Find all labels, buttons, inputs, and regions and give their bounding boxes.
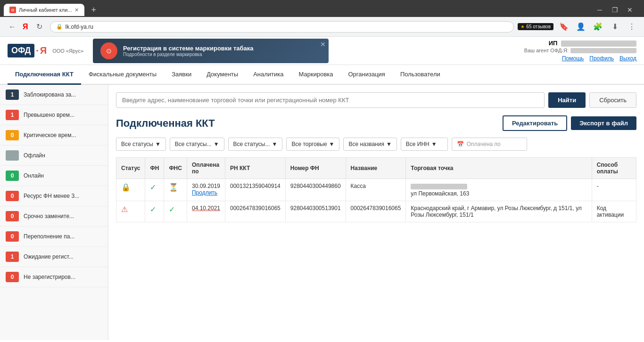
yandex-logo: Я xyxy=(23,23,28,31)
sidebar-badge-0: 1 xyxy=(6,90,19,100)
nav-item-fiscal[interactable]: Фискальные документы xyxy=(81,65,164,85)
cell-payment-0: - xyxy=(592,179,636,201)
nav-item-docs[interactable]: Документы xyxy=(199,65,246,85)
sidebar-item-8[interactable]: 1 Ожидание регист... xyxy=(0,247,108,267)
table-row: ⚠ ✓ ✓ 04.10.2021 0002647839016065 928044… xyxy=(116,201,636,222)
filter-names[interactable]: Все названия ▼ xyxy=(343,138,396,151)
cell-name-1: 0002647839016065 xyxy=(346,201,406,222)
sidebar-item-1[interactable]: 1 Превышено врем... xyxy=(0,105,108,125)
nav-item-orders[interactable]: Заявки xyxy=(164,65,199,85)
download-button[interactable]: ⬇ xyxy=(608,20,621,33)
extensions-button[interactable]: 🧩 xyxy=(591,20,604,33)
user-type: ИП xyxy=(524,40,636,47)
sidebar-label-5: Ресурс ФН менее 3... xyxy=(24,193,79,199)
sidebar-item-2[interactable]: 0 Критическое врем... xyxy=(0,125,108,146)
fn-check-icon: ✓ xyxy=(150,205,156,213)
filter-date[interactable]: 📅 Оплачена по xyxy=(452,138,527,151)
menu-button[interactable]: ⋮ xyxy=(625,20,638,33)
panel-header: Подключенная ККТ Редактировать Экспорт в… xyxy=(116,115,636,131)
cell-fns-1: ✓ xyxy=(164,201,187,222)
extend-link[interactable]: Продлить xyxy=(192,189,217,196)
tab-title: Личный кабинет кли... xyxy=(19,7,72,13)
bookmark-button[interactable]: 🔖 xyxy=(557,20,570,33)
filter-status3[interactable]: Все статусы... ▼ xyxy=(228,138,283,151)
logo-ya: Я xyxy=(40,45,47,56)
col-trade: Торговая точка xyxy=(406,158,592,179)
nav-item-users[interactable]: Пользователи xyxy=(393,65,448,85)
col-rn: РН ККТ xyxy=(225,158,286,179)
nav-item-marking[interactable]: Маркировка xyxy=(291,65,341,85)
browser-tab[interactable]: О Личный кабинет кли... × xyxy=(4,4,84,16)
logo-ofd: ОФД xyxy=(8,44,34,57)
sidebar-item-7[interactable]: 0 Переполнение па... xyxy=(0,227,108,247)
refresh-button[interactable]: ↻ xyxy=(33,20,46,33)
account-button[interactable]: 👤 xyxy=(574,20,587,33)
cell-fn-num-1: 9280440300513901 xyxy=(285,201,346,222)
sidebar-label-1: Превышено врем... xyxy=(24,112,74,118)
cell-rn-1: 0002647839016065 xyxy=(225,201,286,222)
page-title: Подключенная ККТ xyxy=(116,117,503,130)
sidebar-item-0[interactable]: 1 Заблокирована за... xyxy=(0,85,108,105)
sidebar-badge-2: 0 xyxy=(6,130,19,140)
cell-fn-num-0: 9280440300449860 xyxy=(285,179,346,201)
cell-status-1: ⚠ xyxy=(116,201,145,222)
cell-payment-1: Код активации xyxy=(592,201,636,222)
back-button[interactable]: ← xyxy=(6,20,19,33)
agent-line: Ваш агент ОФД-Я: xyxy=(524,48,636,53)
filter-trade[interactable]: Все торговые ▼ xyxy=(286,138,339,151)
url-bar[interactable]: 🔒 lk.ofd-ya.ru xyxy=(50,21,514,33)
lock-icon: 🔒 xyxy=(56,24,63,30)
nav-item-org[interactable]: Организация xyxy=(341,65,393,85)
cell-fn-0: ✓ xyxy=(145,179,164,201)
sidebar-badge-9: 0 xyxy=(6,272,19,282)
minimize-button[interactable]: ─ xyxy=(593,3,606,16)
col-name: Название xyxy=(346,158,406,179)
promo-banner[interactable]: ⊙ Регистрация в системе маркировки табак… xyxy=(93,39,329,63)
search-button[interactable]: Найти xyxy=(548,92,586,108)
exit-link[interactable]: Выход xyxy=(619,55,636,62)
lock-status-icon: 🔒 xyxy=(121,183,131,191)
col-fns: ФНС xyxy=(164,158,187,179)
reset-button[interactable]: Сбросить xyxy=(589,92,636,108)
table-row: 🔒 ✓ ⏳ 30.09.2019 Продлить 00013213590409… xyxy=(116,179,636,201)
nav-item-analytics[interactable]: Аналитика xyxy=(246,65,291,85)
filter-inn[interactable]: Все ИНН ▼ xyxy=(401,138,448,151)
edit-button[interactable]: Редактировать xyxy=(503,115,567,131)
favicon: О xyxy=(9,7,16,13)
sidebar: 1 Заблокирована за... 1 Превышено врем..… xyxy=(0,85,108,340)
sidebar-item-6[interactable]: 0 Срочно замените... xyxy=(0,206,108,227)
main-nav: Подключенная ККТ Фискальные документы За… xyxy=(0,65,644,85)
banner-text: Регистрация в системе маркировки табака … xyxy=(123,45,254,57)
filter-status1[interactable]: Все статусы ▼ xyxy=(116,138,166,151)
sidebar-label-6: Срочно замените... xyxy=(24,213,74,220)
cell-paid-1: 04.10.2021 xyxy=(187,201,225,222)
close-button[interactable]: ✕ xyxy=(623,3,636,16)
sidebar-item-9[interactable]: 0 Не зарегистриров... xyxy=(0,267,108,287)
help-link[interactable]: Помощь xyxy=(562,55,584,62)
export-button[interactable]: Экспорт в файл xyxy=(571,116,636,130)
sidebar-item-5[interactable]: 0 Ресурс ФН менее 3... xyxy=(0,186,108,206)
filter-status2[interactable]: Все статусы... ▼ xyxy=(170,138,224,151)
sidebar-item-4[interactable]: 0 Онлайн xyxy=(0,166,108,186)
sidebar-item-3[interactable]: Офлайн xyxy=(0,146,108,166)
reviews-badge: ★ 65 отзывов xyxy=(518,23,553,30)
sidebar-badge-3 xyxy=(6,150,19,161)
col-fn-number: Номер ФН xyxy=(285,158,346,179)
sidebar-label-4: Онлайн xyxy=(24,172,44,179)
cell-trade-1: Краснодарский край, г Армавир, ул Розы Л… xyxy=(406,201,592,222)
banner-close-button[interactable]: ✕ xyxy=(320,41,326,48)
profile-link[interactable]: Профиль xyxy=(589,55,614,62)
user-area: ИП Ваш агент ОФД-Я: Помощь Профиль Выход xyxy=(524,40,636,62)
nav-item-kkt[interactable]: Подключенная ККТ xyxy=(8,65,81,85)
warning-status-icon: ⚠ xyxy=(121,205,128,213)
url-text: lk.ofd-ya.ru xyxy=(66,24,93,30)
search-input[interactable] xyxy=(116,92,545,108)
app-header: ОФД · Я ООО «Ярус» ⊙ Регистрация в систе… xyxy=(0,37,644,65)
new-tab-button[interactable]: + xyxy=(87,3,100,16)
logo-dot: · xyxy=(36,45,39,56)
sidebar-label-2: Критическое врем... xyxy=(24,132,76,138)
restore-button[interactable]: ❐ xyxy=(608,3,621,16)
cell-status-0: 🔒 xyxy=(116,179,145,201)
close-tab-button[interactable]: × xyxy=(74,7,78,13)
cell-trade-0: ул Первомайская, 163 xyxy=(406,179,592,201)
